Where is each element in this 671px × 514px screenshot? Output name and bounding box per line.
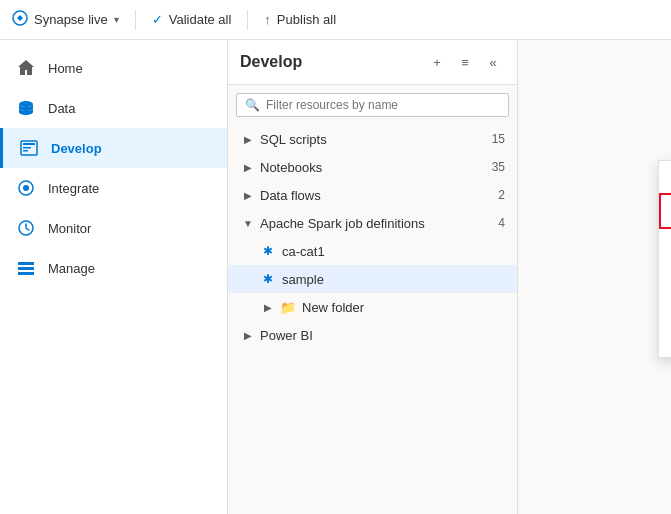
context-menu-clone[interactable]: Clone <box>659 261 671 293</box>
develop-title: Develop <box>240 53 417 71</box>
tree-item-notebooks[interactable]: ▶ Notebooks 35 <box>228 153 517 181</box>
tree-item-cacat1[interactable]: ✱ ca-cat1 <box>228 237 517 265</box>
home-icon <box>16 58 36 78</box>
tree-item-spark[interactable]: ▼ Apache Spark job definitions 4 <box>228 209 517 237</box>
tree-label-dataflows: Data flows <box>260 188 494 203</box>
tree-count-spark: 4 <box>498 216 505 230</box>
spark-file-icon-cacat1: ✱ <box>260 243 276 259</box>
tree-label-notebooks: Notebooks <box>260 160 488 175</box>
search-box[interactable]: 🔍 <box>236 93 509 117</box>
sidebar-label-monitor: Monitor <box>48 221 91 236</box>
sidebar-item-home[interactable]: Home <box>0 48 227 88</box>
develop-panel: Develop + ≡ « 🔍 ▶ SQL scripts 15 ▶ Noteb… <box>228 40 518 514</box>
tree-label-spark: Apache Spark job definitions <box>260 216 494 231</box>
develop-header-actions: + ≡ « <box>425 50 505 74</box>
chevron-right-icon: ▶ <box>240 131 256 147</box>
tree-label-sql: SQL scripts <box>260 132 488 147</box>
tree-item-dataflows[interactable]: ▶ Data flows 2 <box>228 181 517 209</box>
svg-rect-11 <box>18 272 34 275</box>
tree-list: ▶ SQL scripts 15 ▶ Notebooks 35 ▶ Data f… <box>228 125 517 349</box>
svg-rect-10 <box>18 267 34 270</box>
sidebar: Home Data <box>0 40 228 514</box>
top-bar: Synapse live ▾ ✓ Validate all ↑ Publish … <box>0 0 671 40</box>
sidebar-label-home: Home <box>48 61 83 76</box>
context-menu-open[interactable]: Open <box>659 161 671 193</box>
tree-count-notebooks: 35 <box>492 160 505 174</box>
context-menu-copy-link[interactable]: Copy link <box>659 229 671 261</box>
sidebar-item-manage[interactable]: Manage <box>0 248 227 288</box>
tree-item-sample[interactable]: ✱ sample <box>228 265 517 293</box>
context-menu-move-to[interactable]: Move to <box>659 293 671 325</box>
monitor-icon <box>16 218 36 238</box>
sidebar-nav: Home Data <box>0 40 227 288</box>
svg-point-1 <box>19 101 33 107</box>
tree-label-powerbi: Power BI <box>260 328 505 343</box>
close-panel-button[interactable]: « <box>481 50 505 74</box>
tree-item-new-folder[interactable]: ▶ 📁 New folder <box>228 293 517 321</box>
divider-1 <box>135 10 136 30</box>
sidebar-label-data: Data <box>48 101 75 116</box>
svg-rect-5 <box>23 150 28 152</box>
search-input[interactable] <box>266 98 500 112</box>
collapse-button[interactable]: ≡ <box>453 50 477 74</box>
integrate-icon <box>16 178 36 198</box>
chevron-right-icon-folder: ▶ <box>260 299 276 315</box>
context-menu-delete[interactable]: Delete <box>659 325 671 357</box>
tree-count-dataflows: 2 <box>498 188 505 202</box>
tree-label-cacat1: ca-cat1 <box>282 244 505 259</box>
sidebar-label-develop: Develop <box>51 141 102 156</box>
svg-rect-4 <box>23 147 31 149</box>
tree-item-powerbi[interactable]: ▶ Power BI <box>228 321 517 349</box>
develop-header: Develop + ≡ « <box>228 40 517 85</box>
sidebar-item-data[interactable]: Data <box>0 88 227 128</box>
svg-rect-9 <box>18 262 34 265</box>
folder-icon: 📁 <box>280 299 296 315</box>
chevron-down-icon-spark: ▼ <box>240 215 256 231</box>
data-icon <box>16 98 36 118</box>
develop-icon <box>19 138 39 158</box>
sidebar-label-integrate: Integrate <box>48 181 99 196</box>
sidebar-item-integrate[interactable]: Integrate <box>0 168 227 208</box>
synapse-live[interactable]: Synapse live ▾ <box>12 10 119 29</box>
context-menu-export[interactable]: Export <box>659 193 671 229</box>
divider-2 <box>247 10 248 30</box>
chevron-right-icon-nb: ▶ <box>240 159 256 175</box>
tree-count-sql: 15 <box>492 132 505 146</box>
chevron-down-icon: ▾ <box>114 14 119 25</box>
publish-all-button[interactable]: ↑ Publish all <box>264 12 336 27</box>
svg-point-7 <box>23 185 29 191</box>
validate-icon: ✓ <box>152 12 163 27</box>
search-icon: 🔍 <box>245 98 260 112</box>
add-button[interactable]: + <box>425 50 449 74</box>
context-menu: Open Export <box>658 160 671 358</box>
chevron-right-icon-pbi: ▶ <box>240 327 256 343</box>
tree-label-sample: sample <box>282 272 505 287</box>
sidebar-item-develop[interactable]: Develop <box>0 128 227 168</box>
spark-file-icon-sample: ✱ <box>260 271 276 287</box>
publish-icon: ↑ <box>264 12 271 27</box>
manage-icon <box>16 258 36 278</box>
synapse-label: Synapse live <box>34 12 108 27</box>
tree-label-folder: New folder <box>302 300 505 315</box>
tree-item-sql-scripts[interactable]: ▶ SQL scripts 15 <box>228 125 517 153</box>
validate-all-button[interactable]: ✓ Validate all <box>152 12 232 27</box>
sidebar-item-monitor[interactable]: Monitor <box>0 208 227 248</box>
context-menu-area: Open Export <box>518 40 671 514</box>
main-layout: Home Data <box>0 40 671 514</box>
synapse-icon <box>12 10 28 29</box>
sidebar-label-manage: Manage <box>48 261 95 276</box>
svg-rect-3 <box>23 143 35 145</box>
chevron-right-icon-df: ▶ <box>240 187 256 203</box>
